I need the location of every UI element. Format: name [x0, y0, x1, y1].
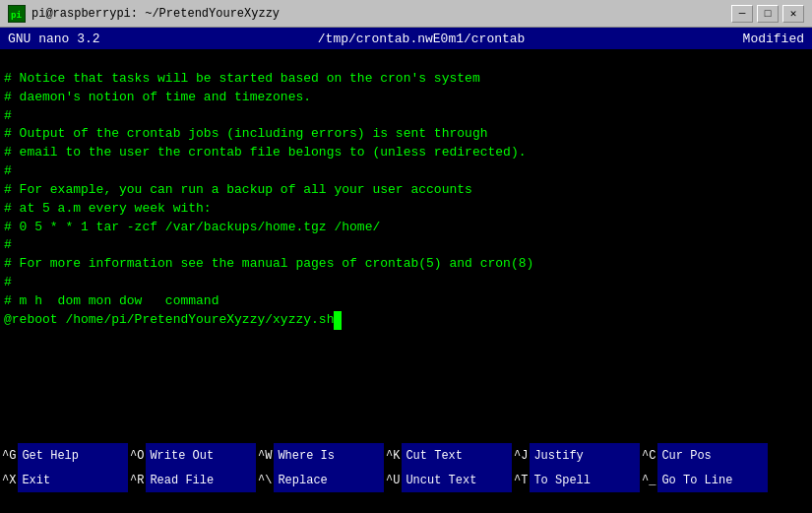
- footer-item[interactable]: ^K Cut Text: [384, 443, 512, 468]
- footer-item[interactable]: ^\ Replace: [256, 468, 384, 492]
- titlebar-left: pi pi@raspberrypi: ~/PretendYoureXyzzy: [8, 5, 280, 23]
- footer-item[interactable]: ^R Read File: [128, 468, 256, 492]
- editor-line: #: [4, 107, 808, 126]
- footer-command-label[interactable]: Cur Pos: [657, 443, 768, 468]
- editor-line: #: [4, 236, 808, 255]
- footer-command-label[interactable]: To Spell: [530, 468, 640, 492]
- footer-command-label[interactable]: Read File: [146, 468, 256, 492]
- editor-line: @reboot /home/pi/PretendYoureXyzzy/xyzzy…: [4, 311, 808, 330]
- nano-version: GNU nano 3.2: [8, 32, 100, 46]
- footer-shortcut-key: ^U: [384, 474, 402, 487]
- footer-item[interactable]: ^U Uncut Text: [384, 468, 512, 492]
- footer-command-label[interactable]: Replace: [274, 468, 384, 492]
- editor-line: # Output of the crontab jobs (including …: [4, 125, 808, 144]
- editor-line: # m h dom mon dow command: [4, 292, 808, 311]
- close-button[interactable]: ✕: [782, 5, 804, 23]
- footer-item[interactable]: ^W Where Is: [256, 443, 384, 468]
- footer-item[interactable]: ^J Justify: [512, 443, 640, 468]
- nano-status: Modified: [743, 32, 804, 46]
- footer-shortcut-key: ^X: [0, 474, 18, 487]
- editor-line: # at 5 a.m every week with:: [4, 200, 808, 219]
- footer-item[interactable]: ^G Get Help: [0, 443, 128, 468]
- footer-row-1: ^G Get Help^O Write Out^W Where Is^K Cut…: [0, 443, 812, 468]
- editor-line: # For example, you can run a backup of a…: [4, 181, 808, 200]
- window-controls[interactable]: ─ □ ✕: [731, 5, 804, 23]
- editor-line: #: [4, 274, 808, 292]
- footer-item[interactable]: ^_ Go To Line: [640, 468, 768, 492]
- footer-command-label[interactable]: Go To Line: [657, 468, 768, 492]
- terminal-icon: pi: [8, 5, 26, 23]
- footer-row-2: ^X Exit^R Read File^\ Replace^U Uncut Te…: [0, 468, 812, 492]
- editor-line: # Notice that tasks will be started base…: [4, 70, 808, 89]
- footer-command-label[interactable]: Where Is: [274, 443, 384, 468]
- editor-line: # 0 5 * * 1 tar -zcf /var/backups/home.t…: [4, 219, 808, 237]
- footer-command-label[interactable]: Justify: [530, 443, 640, 468]
- editor-line: # daemon's notion of time and timezones.: [4, 89, 808, 107]
- footer-shortcut-key: ^J: [512, 449, 530, 463]
- maximize-button[interactable]: □: [757, 5, 779, 23]
- footer-shortcut-key: ^R: [128, 474, 146, 487]
- svg-text:pi: pi: [11, 10, 22, 20]
- editor-area[interactable]: # Notice that tasks will be started base…: [0, 49, 812, 443]
- editor-line: # email to the user the crontab file bel…: [4, 144, 808, 162]
- footer-command-label[interactable]: Cut Text: [402, 443, 512, 468]
- text-cursor: [334, 311, 342, 330]
- nano-filename: /tmp/crontab.nwE0m1/crontab: [318, 32, 526, 46]
- window-title: pi@raspberrypi: ~/PretendYoureXyzzy: [31, 7, 280, 21]
- titlebar: pi pi@raspberrypi: ~/PretendYoureXyzzy ─…: [0, 0, 812, 28]
- editor-line: # For more information see the manual pa…: [4, 255, 808, 274]
- footer-command-label[interactable]: Write Out: [146, 443, 256, 468]
- footer-command-label[interactable]: Uncut Text: [402, 468, 512, 492]
- footer-item[interactable]: ^T To Spell: [512, 468, 640, 492]
- footer-shortcut-key: ^C: [640, 449, 657, 463]
- footer-command-label[interactable]: Get Help: [18, 443, 128, 468]
- footer-item[interactable]: ^X Exit: [0, 468, 128, 492]
- footer-item[interactable]: ^O Write Out: [128, 443, 256, 468]
- footer-item[interactable]: ^C Cur Pos: [640, 443, 768, 468]
- footer-shortcut-key: ^T: [512, 474, 530, 487]
- footer-shortcut-key: ^K: [384, 449, 402, 463]
- footer-command-label[interactable]: Exit: [18, 468, 128, 492]
- minimize-button[interactable]: ─: [731, 5, 753, 23]
- footer-shortcut-key: ^\: [256, 474, 274, 487]
- footer-shortcut-key: ^W: [256, 449, 274, 463]
- editor-line: #: [4, 162, 808, 181]
- footer-shortcut-key: ^_: [640, 474, 657, 487]
- footer-shortcut-key: ^O: [128, 449, 146, 463]
- footer-shortcut-key: ^G: [0, 449, 18, 463]
- nano-footer: ^G Get Help^O Write Out^W Where Is^K Cut…: [0, 443, 812, 493]
- nano-header: GNU nano 3.2 /tmp/crontab.nwE0m1/crontab…: [0, 28, 812, 49]
